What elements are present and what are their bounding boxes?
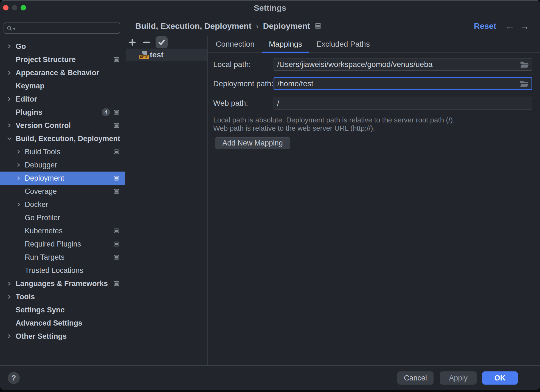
sidebar-item-keymap[interactable]: Keymap bbox=[0, 79, 125, 93]
search-box[interactable] bbox=[4, 23, 120, 34]
chevron-right-icon bbox=[7, 97, 12, 101]
breadcrumb: Build, Execution, Deployment › Deploymen… bbox=[126, 16, 540, 36]
apply-button[interactable]: Apply bbox=[440, 371, 477, 385]
chevron-right-icon bbox=[16, 202, 21, 207]
chevron-right-icon bbox=[7, 71, 12, 75]
search-filter-caret-icon bbox=[13, 28, 15, 30]
sidebar-item-docker[interactable]: Docker bbox=[0, 198, 125, 211]
sidebar-item-label: Version Control bbox=[16, 121, 71, 130]
server-name: test bbox=[150, 51, 164, 59]
sidebar-item-deployment[interactable]: Deployment bbox=[0, 172, 125, 185]
sidebar-item-label: Debugger bbox=[25, 161, 57, 169]
chevron-right-icon bbox=[7, 281, 12, 286]
sidebar-item-label: Project Structure bbox=[16, 55, 76, 64]
local-path-input-box bbox=[274, 58, 532, 71]
sidebar-item-label: Keymap bbox=[16, 82, 44, 90]
tab-bar: ConnectionMappingsExcluded Paths bbox=[208, 36, 540, 53]
field-label: Deployment path: bbox=[213, 79, 273, 88]
sidebar-item-trusted-locations[interactable]: Trusted Locations bbox=[0, 264, 125, 277]
sidebar-item-label: Run Targets bbox=[25, 253, 64, 262]
project-settings-icon bbox=[114, 176, 119, 181]
server-list-panel: SFTP test bbox=[126, 36, 208, 365]
sidebar-item-label: Languages & Frameworks bbox=[16, 279, 108, 288]
sidebar-item-build-tools[interactable]: Build Tools bbox=[0, 145, 125, 158]
reset-link[interactable]: Reset bbox=[474, 21, 496, 31]
deployment-path-input[interactable] bbox=[274, 78, 519, 89]
web-path-input[interactable] bbox=[274, 97, 532, 109]
sidebar-item-kubernetes[interactable]: Kubernetes bbox=[0, 224, 125, 237]
breadcrumb-parent[interactable]: Build, Execution, Deployment bbox=[135, 21, 251, 31]
search-icon bbox=[7, 26, 15, 31]
chevron-right-icon bbox=[7, 44, 12, 49]
dialog-footer: ? CancelApplyOK bbox=[0, 365, 540, 390]
window-title: Settings bbox=[0, 0, 540, 16]
sidebar-item-label: Go bbox=[16, 42, 26, 51]
project-settings-icon bbox=[315, 23, 321, 29]
sidebar-item-settings-sync[interactable]: Settings Sync bbox=[0, 303, 125, 317]
sidebar-item-version-control[interactable]: Version Control bbox=[0, 119, 125, 132]
sidebar-item-other-settings[interactable]: Other Settings bbox=[0, 330, 125, 343]
search-input[interactable] bbox=[18, 24, 117, 33]
cancel-button[interactable]: Cancel bbox=[397, 371, 434, 385]
field-label: Local path: bbox=[213, 60, 251, 69]
ok-button[interactable]: OK bbox=[482, 371, 518, 385]
sidebar-item-coverage[interactable]: Coverage bbox=[0, 185, 125, 198]
sidebar-item-plugins[interactable]: Plugins4 bbox=[0, 106, 125, 119]
project-settings-icon bbox=[114, 150, 119, 154]
local-path-input[interactable] bbox=[274, 58, 520, 70]
sidebar-item-tools[interactable]: Tools bbox=[0, 290, 125, 303]
mapping-help-text: Local path is absolute. Deployment path … bbox=[213, 116, 455, 132]
tab-mappings[interactable]: Mappings bbox=[262, 36, 309, 52]
field-label: Web path: bbox=[213, 99, 248, 108]
sidebar-item-label: Coverage bbox=[25, 187, 57, 196]
use-as-default-toggle[interactable] bbox=[156, 36, 168, 48]
tab-label: Connection bbox=[216, 40, 255, 49]
settings-tree: GoProject StructureAppearance & Behavior… bbox=[0, 40, 125, 365]
sidebar-item-project-structure[interactable]: Project Structure bbox=[0, 53, 125, 66]
sidebar-item-label: Advanced Settings bbox=[16, 319, 82, 327]
sidebar-item-label: Docker bbox=[25, 200, 48, 209]
tab-excluded-paths[interactable]: Excluded Paths bbox=[309, 36, 377, 52]
local-path-row: Local path: bbox=[208, 58, 540, 71]
sidebar-item-appearance-behavior[interactable]: Appearance & Behavior bbox=[0, 66, 125, 79]
sidebar-item-advanced-settings[interactable]: Advanced Settings bbox=[0, 317, 125, 330]
sidebar-item-label: Editor bbox=[16, 95, 37, 103]
sidebar-item-go[interactable]: Go bbox=[0, 40, 125, 53]
sidebar-item-run-targets[interactable]: Run Targets bbox=[0, 251, 125, 264]
forward-arrow-icon[interactable]: → bbox=[520, 21, 530, 31]
sidebar-item-languages-frameworks[interactable]: Languages & Frameworks bbox=[0, 277, 125, 290]
folder-picker-icon[interactable] bbox=[520, 61, 529, 68]
breadcrumb-current: Deployment bbox=[263, 21, 310, 31]
sidebar-item-label: Build, Execution, Deployment bbox=[16, 135, 120, 143]
sidebar-item-label: Other Settings bbox=[16, 332, 67, 341]
chevron-right-icon bbox=[7, 123, 12, 128]
folder-picker-icon[interactable] bbox=[519, 80, 529, 88]
sidebar-item-label: Deployment bbox=[25, 174, 64, 183]
project-settings-icon bbox=[114, 110, 119, 115]
sidebar-item-required-plugins[interactable]: Required Plugins bbox=[0, 237, 125, 251]
sidebar-item-label: Plugins bbox=[16, 108, 43, 117]
project-settings-icon bbox=[114, 255, 119, 260]
sidebar-item-editor[interactable]: Editor bbox=[0, 93, 125, 106]
sidebar-item-label: Required Plugins bbox=[25, 240, 81, 248]
sidebar-item-build-execution-deployment[interactable]: Build, Execution, Deployment bbox=[0, 132, 125, 145]
add-server-button[interactable] bbox=[126, 36, 138, 48]
sidebar-item-go-profiler[interactable]: Go Profiler bbox=[0, 211, 125, 224]
tab-label: Mappings bbox=[269, 40, 302, 49]
project-settings-icon bbox=[114, 189, 119, 194]
deployment-settings-panel: ConnectionMappingsExcluded Paths Local p… bbox=[208, 36, 540, 365]
deployment-path-input-box bbox=[274, 77, 532, 90]
sidebar-item-label: Kubernetes bbox=[25, 227, 63, 235]
add-new-mapping-button[interactable]: Add New Mapping bbox=[215, 137, 290, 149]
back-arrow-icon[interactable]: ← bbox=[505, 21, 515, 31]
chevron-down-icon bbox=[7, 136, 12, 141]
chevron-right-icon bbox=[16, 150, 21, 154]
server-list-item[interactable]: SFTP test bbox=[126, 49, 207, 61]
chevron-right-icon bbox=[7, 334, 12, 338]
tab-connection[interactable]: Connection bbox=[209, 36, 262, 52]
remove-server-button[interactable] bbox=[140, 36, 153, 48]
sidebar-item-label: Appearance & Behavior bbox=[16, 69, 99, 77]
settings-sidebar: GoProject StructureAppearance & Behavior… bbox=[0, 16, 126, 365]
help-button[interactable]: ? bbox=[8, 372, 20, 384]
sidebar-item-debugger[interactable]: Debugger bbox=[0, 158, 125, 172]
